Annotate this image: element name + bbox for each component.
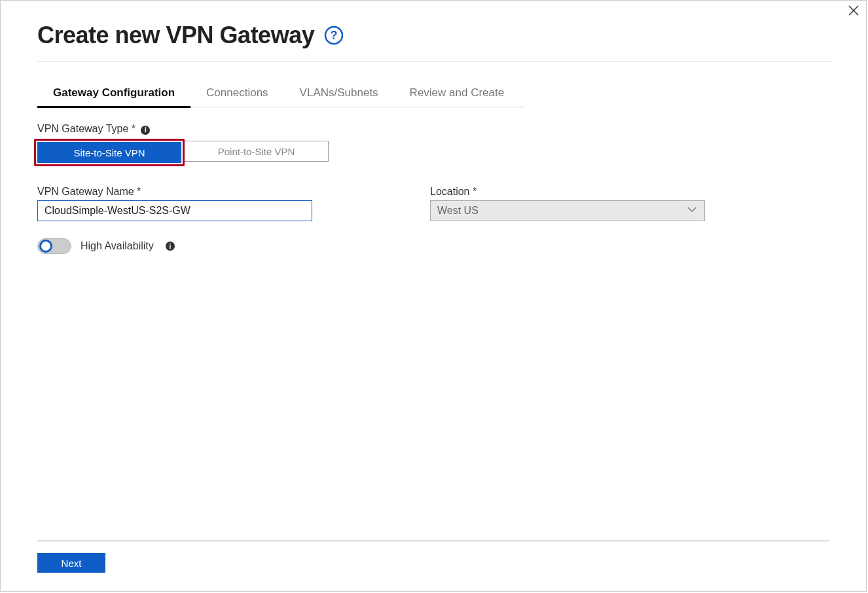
help-circle-icon[interactable]: ? — [323, 25, 344, 46]
page-title: Create new VPN Gateway — [37, 22, 314, 49]
required-star: * — [132, 123, 136, 134]
required-star: * — [473, 186, 477, 197]
point-to-site-vpn-button[interactable]: Point-to-Site VPN — [185, 141, 329, 162]
divider — [37, 541, 829, 541]
divider — [37, 61, 833, 62]
info-icon[interactable]: i — [141, 126, 150, 135]
next-button[interactable]: Next — [37, 553, 105, 573]
vpn-gateway-name-label-text: VPN Gateway Name — [37, 186, 134, 197]
vpn-gateway-type-segment: Site-to-Site VPN Point-to-Site VPN — [37, 137, 829, 166]
tab-connections[interactable]: Connections — [190, 80, 284, 108]
required-star: * — [137, 186, 141, 197]
location-value: West US — [437, 205, 479, 217]
location-select[interactable]: West US — [430, 200, 705, 221]
info-icon[interactable]: i — [166, 242, 175, 251]
footer: Next — [37, 541, 829, 573]
toggle-knob — [39, 240, 52, 253]
vpn-gateway-type-label-text: VPN Gateway Type — [37, 123, 128, 134]
location-label-text: Location — [430, 186, 470, 197]
tab-gateway-configuration[interactable]: Gateway Configuration — [37, 80, 190, 108]
tab-review-and-create[interactable]: Review and Create — [394, 80, 520, 108]
close-icon[interactable] — [848, 5, 859, 19]
vpn-gateway-name-label: VPN Gateway Name * — [37, 186, 312, 198]
site-to-site-vpn-button[interactable]: Site-to-Site VPN — [37, 142, 181, 163]
high-availability-label: High Availability — [81, 240, 154, 252]
tabs: Gateway Configuration Connections VLANs/… — [37, 80, 525, 107]
modal-panel: Create new VPN Gateway ? Gateway Configu… — [0, 0, 867, 592]
svg-text:?: ? — [331, 29, 338, 42]
chevron-down-icon — [686, 204, 698, 218]
highlight-box: Site-to-Site VPN — [34, 139, 185, 166]
vpn-gateway-type-label: VPN Gateway Type * i — [37, 123, 829, 135]
high-availability-toggle[interactable] — [37, 238, 71, 254]
location-label: Location * — [430, 186, 705, 198]
tab-vlans-subnets[interactable]: VLANs/Subnets — [284, 80, 394, 108]
vpn-gateway-name-input[interactable] — [37, 200, 312, 221]
